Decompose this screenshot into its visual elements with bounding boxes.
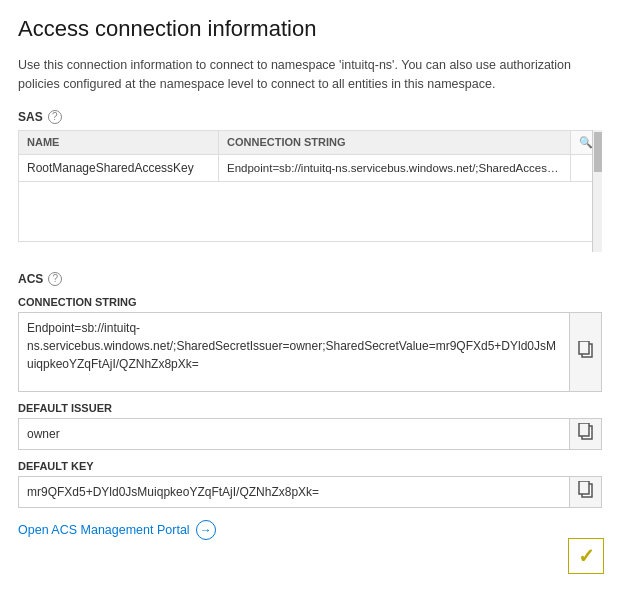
acs-default-key-row xyxy=(18,476,602,508)
sas-scrollbar-thumb xyxy=(594,132,602,172)
check-icon: ✓ xyxy=(578,544,595,568)
acs-section-header: ACS ? xyxy=(18,272,602,286)
copy-icon-issuer xyxy=(578,423,594,444)
bottom-bar: ✓ xyxy=(568,538,604,574)
sas-row-connection-string: Endpoint=sb://intuitq-ns.servicebus.wind… xyxy=(219,154,571,181)
open-acs-link[interactable]: Open ACS Management Portal xyxy=(18,523,190,537)
search-icon: 🔍 xyxy=(579,136,593,148)
sas-row-name: RootManageSharedAccessKey xyxy=(19,154,219,181)
copy-icon-key xyxy=(578,481,594,502)
svg-rect-3 xyxy=(579,423,589,436)
acs-help-icon[interactable]: ? xyxy=(48,272,62,286)
sas-label: SAS xyxy=(18,110,43,124)
svg-rect-5 xyxy=(579,481,589,494)
acs-link-row: Open ACS Management Portal → xyxy=(18,520,602,540)
acs-default-key-input[interactable] xyxy=(18,476,570,508)
acs-default-key-label: DEFAULT KEY xyxy=(18,460,602,472)
arrow-circle-icon: → xyxy=(196,520,216,540)
acs-connection-string-input[interactable]: Endpoint=sb://intuitq-ns.servicebus.wind… xyxy=(18,312,570,392)
acs-default-key-copy-button[interactable] xyxy=(570,476,602,508)
acs-connection-string-label: CONNECTION STRING xyxy=(18,296,602,308)
sas-table-row[interactable]: RootManageSharedAccessKey Endpoint=sb://… xyxy=(19,154,602,181)
page-title: Access connection information xyxy=(18,16,602,42)
sas-scrollbar[interactable] xyxy=(592,130,602,252)
acs-connection-string-row: Endpoint=sb://intuitq-ns.servicebus.wind… xyxy=(18,312,602,392)
copy-icon xyxy=(578,341,594,362)
confirm-button[interactable]: ✓ xyxy=(568,538,604,574)
acs-default-issuer-copy-button[interactable] xyxy=(570,418,602,450)
acs-default-issuer-row xyxy=(18,418,602,450)
svg-rect-1 xyxy=(579,341,589,354)
sas-help-icon[interactable]: ? xyxy=(48,110,62,124)
sas-table-wrapper: NAME CONNECTION STRING 🔍 RootManageShare… xyxy=(18,130,602,252)
acs-section: ACS ? CONNECTION STRING Endpoint=sb://in… xyxy=(18,272,602,540)
page-description: Use this connection information to conne… xyxy=(18,56,602,94)
sas-col-connection-string: CONNECTION STRING xyxy=(219,130,571,154)
acs-default-issuer-label: DEFAULT ISSUER xyxy=(18,402,602,414)
acs-label: ACS xyxy=(18,272,43,286)
sas-section-header: SAS ? xyxy=(18,110,602,124)
acs-connection-string-copy-button[interactable] xyxy=(570,312,602,392)
acs-default-issuer-input[interactable] xyxy=(18,418,570,450)
sas-col-name: NAME xyxy=(19,130,219,154)
sas-table: NAME CONNECTION STRING 🔍 RootManageShare… xyxy=(18,130,602,242)
sas-table-header-row: NAME CONNECTION STRING 🔍 xyxy=(19,130,602,154)
